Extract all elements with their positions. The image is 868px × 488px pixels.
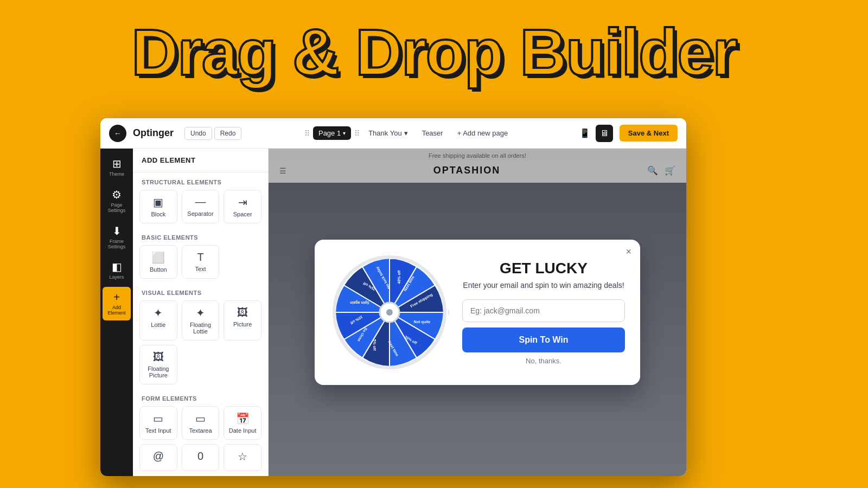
main-layout: ⊞ Theme ⚙ Page Settings ⬇ Frame Settings… [100,149,686,476]
sidebar-icons: ⊞ Theme ⚙ Page Settings ⬇ Frame Settings… [100,149,133,476]
svg-text:40% off: 40% off [397,270,401,284]
textarea-element[interactable]: ▭ Textarea [182,406,220,440]
sidebar-label-page-settings: Page Settings [105,203,129,214]
popup-card: × [315,240,640,385]
structural-elements-grid: ▣ Block — Separator ⇥ Spacer [133,190,268,228]
text-input-element[interactable]: ▭ Text Input [139,406,177,440]
separator-element[interactable]: — Separator [182,190,220,223]
number-element[interactable]: 0 [182,444,220,471]
no-thanks-link[interactable]: No, thanks. [462,357,625,365]
popup-close-button[interactable]: × [626,246,631,258]
popup-overlay: × [269,149,686,476]
page-tabs: ⠿ Page 1 ▾ ⠿ Thank You ▾ Teaser + Add ne… [304,126,513,140]
rating-element[interactable]: ☆ [224,444,261,471]
canvas-background: Free shipping available on all orders! ☰… [269,149,686,476]
floating-lottie-label: Floating Lottie [184,322,217,335]
lottie-label: Lottie [151,322,165,328]
top-bar: ← Optinger Undo Redo ⠿ Page 1 ▾ ⠿ Thank … [100,118,686,149]
sidebar-item-theme[interactable]: ⊞ Theme [103,153,131,182]
sidebar-label-theme: Theme [109,172,124,177]
structural-elements-title: STRUCTURAL ELEMENTS [133,172,268,190]
rating-icon: ☆ [238,450,247,463]
svg-point-3 [386,309,393,316]
text-element[interactable]: T Text [182,245,220,279]
frame-settings-icon: ⬇ [112,224,122,237]
form-elements-title: FORM ELEMENTS [133,389,268,406]
picture-element[interactable]: 🖼 Picture [224,300,261,341]
basic-elements-grid: ⬜ Button T Text [133,245,268,283]
app-logo: Optinger [133,127,174,139]
spacer-element[interactable]: ⇥ Spacer [224,190,261,223]
button-icon: ⬜ [151,251,165,264]
floating-picture-label: Floating Picture [142,365,175,378]
device-buttons: 📱 🖥 [576,125,613,142]
canvas-area: Free shipping available on all orders! ☰… [269,149,686,476]
block-icon: ▣ [153,196,163,209]
floating-lottie-element[interactable]: ✦ Floating Lottie [182,300,220,341]
email-icon: @ [153,450,164,463]
add-element-icon: + [113,291,120,304]
spin-wheel-container: Next time N [330,253,449,372]
app-window: ← Optinger Undo Redo ⠿ Page 1 ▾ ⠿ Thank … [100,118,686,476]
date-input-icon: 📅 [236,412,250,425]
textarea-label: Textarea [189,427,212,434]
svg-text:5% off: 5% off [373,339,376,351]
spacer-icon: ⇥ [238,196,247,209]
separator-icon: — [195,196,206,208]
desktop-device-button[interactable]: 🖥 [596,125,613,142]
sidebar-label-frame-settings: Frame Settings [105,239,129,250]
spin-wheel-svg[interactable]: Next time N [330,253,449,372]
page1-chevron-icon: ▾ [343,130,346,136]
add-page-button[interactable]: + Add new page [452,126,514,140]
teaser-tab[interactable]: Teaser [417,126,449,140]
hero-title: Drag & Drop Builder [0,0,868,88]
sidebar-item-add-element[interactable]: + Add Element [103,287,131,320]
back-button[interactable]: ← [109,125,126,142]
page1-drag-handle[interactable]: ⠿ [304,129,310,138]
sidebar-item-layers[interactable]: ◧ Layers [103,256,131,285]
date-input-element[interactable]: 📅 Date Input [224,406,261,440]
undo-button[interactable]: Undo [184,127,212,140]
form-elements-grid: ▭ Text Input ▭ Textarea 📅 Date Input @ 0 [133,406,268,476]
theme-icon: ⊞ [112,157,122,170]
text-input-label: Text Input [145,427,171,434]
textarea-icon: ▭ [195,412,206,425]
text-icon: T [197,251,203,264]
thank-you-tab[interactable]: Thank You ▾ [363,126,413,140]
button-label: Button [150,266,167,273]
mobile-device-button[interactable]: 📱 [576,125,593,142]
svg-text:Spin again: Spin again [350,300,369,305]
email-input[interactable] [462,299,625,322]
picture-icon: 🖼 [237,306,248,319]
floating-lottie-icon: ✦ [196,306,205,319]
picture-label: Picture [233,321,252,328]
email-element[interactable]: @ [139,444,177,471]
button-element[interactable]: ⬜ Button [139,245,177,279]
text-label: Text [195,266,206,272]
panel-header: ADD ELEMENT [133,149,268,172]
basic-elements-title: BASIC ELEMENTS [133,228,268,245]
block-element[interactable]: ▣ Block [139,190,177,223]
sidebar-label-add-element: Add Element [105,305,129,316]
text-input-icon: ▭ [153,412,163,425]
thankyou-drag-handle[interactable]: ⠿ [354,129,360,138]
svg-marker-4 [448,310,449,315]
lottie-element[interactable]: ✦ Lottie [139,300,177,341]
layers-icon: ◧ [112,260,122,273]
block-label: Block [151,211,165,217]
separator-label: Separator [187,210,213,217]
floating-picture-element[interactable]: 🖼 Floating Picture [139,345,177,384]
page1-tab[interactable]: Page 1 ▾ [313,126,351,140]
thankyou-chevron-icon: ▾ [404,129,408,137]
spin-to-win-button[interactable]: Spin To Win [462,328,625,352]
sidebar-item-frame-settings[interactable]: ⬇ Frame Settings [103,220,131,254]
popup-content: GET LUCKY Enter your email and spin to w… [462,260,625,365]
elements-panel: ADD ELEMENT STRUCTURAL ELEMENTS ▣ Block … [133,149,269,476]
sidebar-label-layers: Layers [109,275,124,280]
redo-button[interactable]: Redo [214,127,242,140]
sidebar-item-page-settings[interactable]: ⚙ Page Settings [103,184,131,218]
visual-elements-title: VISUAL ELEMENTS [133,283,268,300]
spacer-label: Spacer [233,211,252,217]
save-next-button[interactable]: Save & Next [620,125,678,142]
lottie-icon: ✦ [154,306,163,319]
